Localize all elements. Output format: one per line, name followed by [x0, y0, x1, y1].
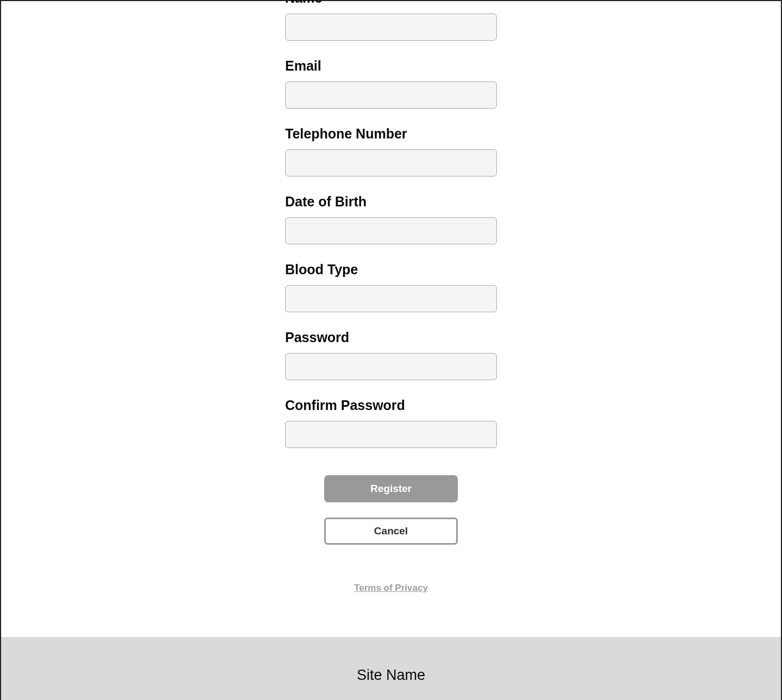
footer-site-name: Site Name [357, 667, 425, 684]
telephone-input[interactable] [285, 149, 497, 176]
main-content: Name Email Telephone Number Date of Birt… [1, 1, 781, 637]
field-group-password: Password [285, 330, 497, 380]
dob-label: Date of Birth [285, 194, 497, 210]
field-group-telephone: Telephone Number [285, 126, 497, 176]
email-label: Email [285, 58, 497, 74]
field-group-confirm-password: Confirm Password [285, 398, 497, 448]
cancel-button[interactable]: Cancel [324, 518, 458, 545]
field-group-email: Email [285, 58, 497, 109]
name-input[interactable] [285, 14, 497, 41]
field-group-blood-type: Blood Type [285, 262, 497, 312]
name-label: Name [285, 0, 497, 6]
confirm-password-input[interactable] [285, 421, 497, 448]
password-input[interactable] [285, 353, 497, 380]
dob-input[interactable] [285, 217, 497, 244]
field-group-dob: Date of Birth [285, 194, 497, 244]
registration-form: Name Email Telephone Number Date of Birt… [285, 0, 497, 594]
telephone-label: Telephone Number [285, 126, 497, 142]
confirm-password-label: Confirm Password [285, 398, 497, 413]
register-button[interactable]: Register [324, 475, 458, 502]
password-label: Password [285, 330, 497, 345]
footer: Site Name [1, 637, 781, 700]
blood-type-input[interactable] [285, 285, 497, 312]
page-frame: Name Email Telephone Number Date of Birt… [0, 0, 782, 700]
field-group-name: Name [285, 0, 497, 41]
terms-of-privacy-link[interactable]: Terms of Privacy [354, 583, 428, 594]
email-input[interactable] [285, 81, 497, 109]
form-buttons: Register Cancel [285, 475, 497, 545]
blood-type-label: Blood Type [285, 262, 497, 278]
